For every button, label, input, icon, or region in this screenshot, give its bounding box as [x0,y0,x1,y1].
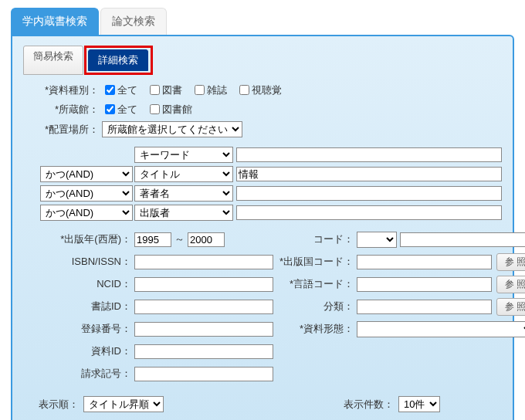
label-result-count: 表示件数： [344,398,394,412]
label-material-type: *資料種別： [31,83,102,97]
year-tilde: ～ [174,232,185,246]
input-year-to[interactable] [188,232,225,247]
chk-mtype-serials[interactable]: 雑誌 [191,83,227,97]
input-code[interactable] [400,232,525,247]
label-code: コード： [279,232,357,246]
input-term-2[interactable] [236,186,502,201]
detail-tab-highlight: 詳細検索 [84,46,153,75]
ref-lang-code-button[interactable]: 参 照 [496,276,525,293]
input-year-from[interactable] [134,232,171,247]
sub-tab-simple[interactable]: 簡易検索 [23,46,83,75]
select-op-1[interactable]: かつ(AND) [40,166,133,182]
input-term-0[interactable] [236,147,502,162]
label-biblio-id: 書誌ID： [42,300,134,313]
search-panel: 簡易検索 詳細検索 *資料種別： 全て 図書 雑誌 視聴覚 *所蔵館： 全て 図… [11,35,514,420]
chk-holding-all[interactable]: 全て [102,102,137,117]
label-call-no: 請求記号： [42,367,134,381]
input-term-1[interactable] [236,167,502,181]
select-op-2[interactable]: かつ(AND) [40,185,133,202]
label-holding: *所蔵館： [31,103,102,117]
input-call-no[interactable] [134,367,273,381]
ref-class-button[interactable]: 参 照 [496,298,525,316]
input-lang-code[interactable] [357,277,492,292]
label-pub-country: *出版国コード： [279,255,357,269]
label-mat-form: *資料形態： [279,322,357,336]
select-result-count[interactable]: 10件 [398,396,440,412]
label-mat-id: 資料ID： [42,344,134,358]
input-class[interactable] [357,300,492,314]
select-op-3[interactable]: かつ(AND) [40,205,133,221]
select-field-3[interactable]: 出版者 [134,205,233,221]
select-code[interactable] [357,232,397,248]
select-location[interactable]: 所蔵館を選択してください [102,121,242,137]
input-ncid[interactable] [134,277,273,292]
select-field-1[interactable]: タイトル [134,166,233,182]
label-pub-year: *出版年(西暦)： [42,232,134,246]
label-sort-order: 表示順： [39,398,79,412]
label-reg-no: 登録番号： [42,322,134,336]
select-mat-form[interactable] [357,321,525,337]
input-mat-id[interactable] [134,344,273,359]
chk-mtype-all[interactable]: 全て [102,83,137,97]
tab-library-search[interactable]: 学内蔵書検索 [11,8,99,35]
label-ncid: NCID： [42,277,134,291]
label-location: *配置場所： [31,123,102,137]
label-isbn: ISBN/ISSN： [42,255,134,269]
chk-mtype-books[interactable]: 図書 [147,83,182,97]
select-field-2[interactable]: 著者名 [134,185,233,202]
select-sort-order[interactable]: タイトル昇順 [83,396,164,412]
label-lang-code: *言語コード： [279,277,357,291]
label-class: 分類： [279,300,357,313]
input-term-3[interactable] [236,205,502,220]
chk-mtype-av[interactable]: 視聴覚 [236,83,282,97]
chk-holding-library[interactable]: 図書館 [147,102,192,117]
select-field-0[interactable]: キーワード [134,147,233,163]
input-pub-country[interactable] [357,255,492,269]
input-reg-no[interactable] [134,322,273,337]
ref-pub-country-button[interactable]: 参 照 [496,253,525,271]
input-isbn[interactable] [134,255,273,269]
tab-thesis-search[interactable]: 論文検索 [100,8,167,35]
sub-tab-detail[interactable]: 詳細検索 [88,49,148,71]
input-biblio-id[interactable] [134,300,273,314]
